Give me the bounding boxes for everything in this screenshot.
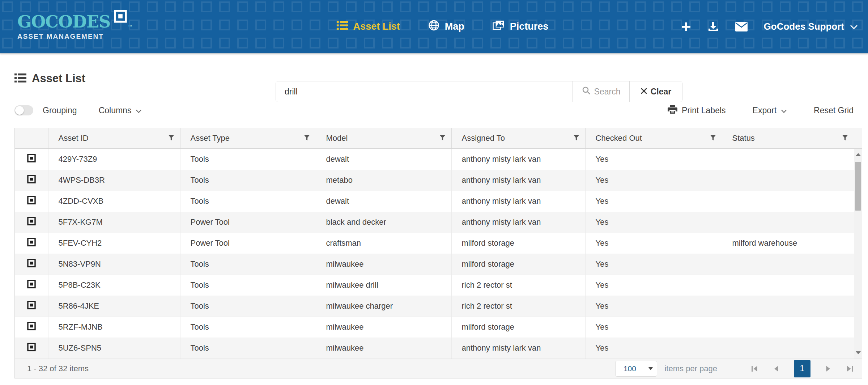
table-row[interactable]: 5N83-VP9NToolsmilwaukeemilford storageYe… — [15, 254, 854, 275]
cell-model: milwaukee — [316, 317, 451, 338]
cell-model: black and decker — [316, 212, 451, 233]
header-scrollbar-filler — [854, 128, 862, 148]
cell-model: milwaukee — [316, 338, 451, 359]
scroll-up-icon[interactable] — [856, 153, 861, 156]
header-select-column — [15, 128, 48, 148]
qr-marker-icon[interactable] — [15, 338, 48, 359]
tab-map[interactable]: Map — [428, 20, 464, 34]
chevron-down-icon — [644, 364, 657, 374]
filter-icon[interactable] — [710, 134, 716, 143]
tab-label: Map — [445, 21, 464, 32]
tab-asset-list[interactable]: Asset List — [337, 20, 400, 33]
next-page-button[interactable] — [824, 365, 832, 373]
filter-icon[interactable] — [168, 134, 174, 143]
scrollbar-thumb[interactable] — [855, 162, 861, 211]
qr-marker-icon[interactable] — [15, 275, 48, 296]
cell-assigned-to: rich 2 rector st — [451, 275, 585, 296]
scroll-down-icon[interactable] — [856, 351, 861, 354]
cell-assigned-to: milford storage — [451, 233, 585, 254]
cell-asset-type: Tools — [180, 317, 316, 338]
export-dropdown[interactable]: Export — [753, 106, 787, 115]
page-size-value: 100 — [616, 364, 644, 373]
qr-marker-icon[interactable] — [15, 233, 48, 254]
table-row[interactable]: 5RZF-MJNBToolsmilwaukeemilford storageYe… — [15, 317, 854, 338]
columns-dropdown[interactable]: Columns — [99, 106, 142, 115]
add-asset-button[interactable] — [681, 21, 692, 32]
reset-grid-button[interactable]: Reset Grid — [814, 106, 854, 115]
vertical-scrollbar[interactable] — [854, 149, 862, 359]
cell-model: craftsman — [316, 233, 451, 254]
qr-marker-icon[interactable] — [15, 149, 48, 170]
column-header-asset-id[interactable]: Asset ID — [48, 128, 180, 148]
main-nav-tabs: Asset List Map Pictures — [337, 0, 549, 53]
filter-icon[interactable] — [304, 134, 310, 143]
qr-marker-icon[interactable] — [15, 212, 48, 233]
column-header-checked-out[interactable]: Checked Out — [585, 128, 722, 148]
cell-asset-type: Tools — [180, 191, 316, 212]
table-row[interactable]: 4ZDD-CVXBToolsdewaltanthony misty lark v… — [15, 191, 854, 212]
cell-checked-out: Yes — [585, 296, 722, 317]
tab-pictures[interactable]: Pictures — [493, 20, 549, 33]
filter-icon[interactable] — [573, 134, 579, 143]
table-row[interactable]: 5P8B-C23KToolsmilwaukee drillrich 2 rect… — [15, 275, 854, 296]
cell-assigned-to: anthony misty lark van — [451, 191, 585, 212]
toggle-knob — [15, 106, 24, 115]
cell-status: milford warehouse — [722, 233, 854, 254]
first-page-button[interactable] — [750, 365, 758, 373]
download-icon[interactable] — [707, 21, 719, 32]
cell-checked-out: Yes — [585, 338, 722, 359]
cell-status — [722, 149, 854, 170]
cell-status — [722, 191, 854, 212]
table-row[interactable]: 429Y-73Z9Toolsdewaltanthony misty lark v… — [15, 149, 854, 170]
cell-asset-id: 5FEV-CYH2 — [48, 233, 180, 254]
cell-checked-out: Yes — [585, 275, 722, 296]
cell-asset-type: Tools — [180, 170, 316, 191]
cell-checked-out: Yes — [585, 317, 722, 338]
cell-status — [722, 296, 854, 317]
search-input[interactable] — [276, 81, 573, 102]
cell-assigned-to: milford storage — [451, 317, 585, 338]
cell-model: dewalt — [316, 149, 451, 170]
pictures-icon — [493, 20, 505, 33]
column-header-asset-type[interactable]: Asset Type — [180, 128, 316, 148]
cell-asset-id: 4WPS-DB3R — [48, 170, 180, 191]
cell-asset-type: Tools — [180, 254, 316, 275]
close-icon — [641, 87, 647, 97]
column-header-assigned-to[interactable]: Assigned To — [451, 128, 585, 148]
navbar: GOCODES ™ ASSET MANAGEMENT Asset List Ma… — [0, 0, 868, 54]
cell-status — [722, 275, 854, 296]
last-page-button[interactable] — [846, 365, 854, 373]
previous-page-button[interactable] — [772, 365, 780, 373]
table-row[interactable]: 5FEV-CYH2Power Toolcraftsmanmilford stor… — [15, 233, 854, 254]
filter-icon[interactable] — [842, 134, 848, 143]
cell-assigned-to: anthony misty lark van — [451, 212, 585, 233]
clear-button[interactable]: Clear — [629, 81, 682, 102]
export-label: Export — [753, 106, 776, 115]
gocodes-logo[interactable]: GOCODES ™ ASSET MANAGEMENT — [17, 13, 132, 40]
table-row[interactable]: 4WPS-DB3RToolsmetaboanthony misty lark v… — [15, 170, 854, 191]
column-header-model[interactable]: Model — [316, 128, 451, 148]
cell-status — [722, 212, 854, 233]
cell-assigned-to: anthony misty lark van — [451, 149, 585, 170]
print-labels-button[interactable]: Print Labels — [668, 105, 726, 116]
page-number-current[interactable]: 1 — [794, 360, 810, 377]
account-menu[interactable]: GoCodes Support — [764, 21, 858, 32]
qr-marker-icon[interactable] — [15, 254, 48, 275]
envelope-icon[interactable] — [735, 22, 748, 32]
table-row[interactable]: 5UZ6-SPN5Toolsmilwaukeeanthony misty lar… — [15, 338, 854, 359]
search-button[interactable]: Search — [573, 81, 629, 102]
qr-marker-icon[interactable] — [15, 170, 48, 191]
table-row[interactable]: 5R86-4JKEToolsmilwaukee chargerrich 2 re… — [15, 296, 854, 317]
cell-checked-out: Yes — [585, 170, 722, 191]
column-header-status[interactable]: Status — [722, 128, 854, 148]
cell-status — [722, 254, 854, 275]
filter-icon[interactable] — [439, 134, 446, 143]
qr-marker-icon[interactable] — [15, 191, 48, 212]
cell-model: dewalt — [316, 191, 451, 212]
cell-model: milwaukee charger — [316, 296, 451, 317]
grouping-toggle[interactable] — [14, 105, 33, 115]
qr-marker-icon[interactable] — [15, 317, 48, 338]
qr-marker-icon[interactable] — [15, 296, 48, 317]
table-row[interactable]: 5F7X-KG7MPower Toolblack and deckerantho… — [15, 212, 854, 233]
page-size-select[interactable]: 100 — [615, 361, 657, 377]
